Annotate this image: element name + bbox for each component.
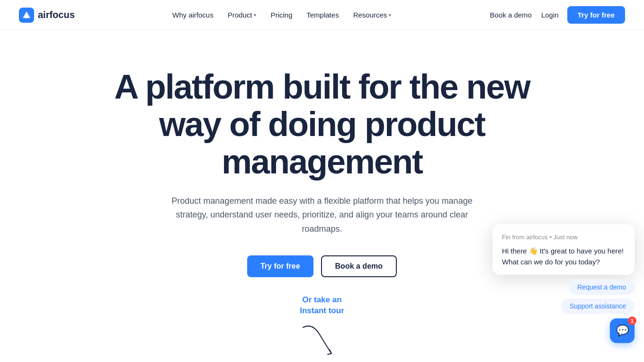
chat-popup-header: Fin from airfocus • Just now: [502, 234, 625, 241]
logo-link[interactable]: airfocus: [19, 8, 75, 23]
hero-tour-text[interactable]: Or take an Instant tour: [300, 294, 344, 317]
hero-book-demo-button[interactable]: Book a demo: [321, 255, 397, 277]
chat-popup: Fin from airfocus • Just now Hi there 👋 …: [492, 224, 635, 275]
chat-request-demo-button[interactable]: Request a demo: [569, 280, 635, 295]
nav-try-free-button[interactable]: Try for free: [567, 6, 625, 24]
nav-book-demo-button[interactable]: Book a demo: [489, 8, 533, 22]
hero-title: A platform built for the new way of doin…: [109, 68, 535, 181]
product-chevron-icon: ▾: [254, 12, 256, 18]
nav-links: Why airfocus Product ▾ Pricing Templates…: [167, 8, 397, 22]
navbar: airfocus Why airfocus Product ▾ Pricing …: [0, 0, 644, 30]
nav-actions: Book a demo Login Try for free: [489, 6, 625, 24]
chat-fab-button[interactable]: 💬 1: [610, 318, 635, 343]
chat-popup-message: Hi there 👋 It's great to have you here! …: [502, 245, 625, 268]
nav-product[interactable]: Product ▾: [222, 8, 262, 22]
logo-wordmark: airfocus: [38, 9, 75, 20]
airfocus-logo-icon: [19, 8, 34, 23]
nav-resources[interactable]: Resources ▾: [348, 8, 397, 22]
hero-try-free-button[interactable]: Try for free: [247, 255, 313, 277]
chat-support-button[interactable]: Support assistance: [561, 299, 635, 314]
chat-fab-icon: 💬: [616, 325, 629, 337]
chat-fab-badge: 1: [628, 317, 636, 325]
resources-chevron-icon: ▾: [389, 12, 391, 18]
chat-widget: Fin from airfocus • Just now Hi there 👋 …: [492, 224, 635, 344]
nav-login-button[interactable]: Login: [540, 8, 560, 22]
svg-point-1: [25, 15, 28, 18]
nav-pricing[interactable]: Pricing: [265, 8, 298, 22]
chat-action-buttons: Request a demo Support assistance: [561, 280, 635, 314]
nav-why-airfocus[interactable]: Why airfocus: [167, 8, 219, 22]
hero-subtitle: Product management made easy with a flex…: [161, 194, 483, 236]
hero-arrow-icon: [294, 320, 350, 362]
nav-templates[interactable]: Templates: [301, 8, 344, 22]
